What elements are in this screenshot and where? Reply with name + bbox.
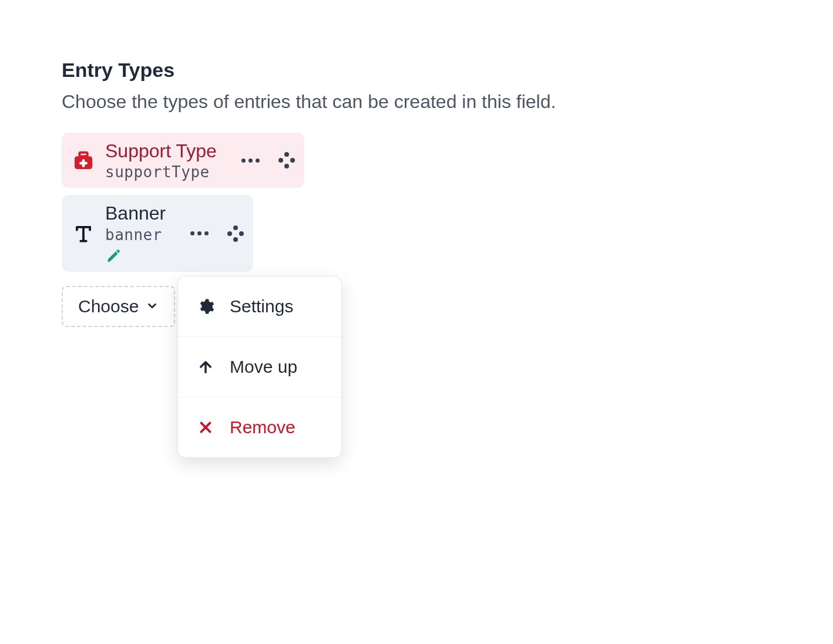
section-description: Choose the types of entries that can be … — [62, 91, 833, 113]
entry-type-label: Support Type — [105, 140, 217, 162]
entry-type-label: Banner — [105, 202, 166, 224]
entry-type-body: Banner banner — [105, 202, 166, 264]
menu-item-label: Remove — [230, 417, 295, 437]
entry-type-actions — [237, 152, 295, 168]
entry-type-body: Support Type supportType — [105, 140, 217, 181]
section-title: Entry Types — [62, 59, 833, 82]
text-icon — [71, 221, 96, 246]
choose-entry-type-button[interactable]: Choose — [62, 286, 175, 327]
chevron-down-icon — [146, 296, 159, 316]
drag-handle-icon[interactable] — [278, 152, 295, 168]
menu-item-label: Move up — [230, 357, 297, 377]
gear-icon — [197, 298, 214, 315]
more-menu-button[interactable] — [186, 227, 213, 240]
medkit-icon — [71, 148, 96, 173]
arrow-up-icon — [197, 358, 214, 376]
svg-rect-1 — [79, 153, 87, 157]
drag-handle-icon[interactable] — [227, 225, 244, 242]
entry-type-actions — [186, 225, 244, 242]
svg-rect-3 — [79, 162, 87, 165]
pencil-edit-icon[interactable] — [105, 247, 123, 265]
entry-type-chip-banner[interactable]: Banner banner — [62, 195, 253, 271]
more-menu-button[interactable] — [237, 154, 264, 167]
menu-item-move-up[interactable]: Move up — [178, 336, 341, 397]
menu-item-label: Settings — [230, 296, 293, 316]
entry-type-chip-support-type[interactable]: Support Type supportType — [62, 133, 304, 188]
entry-type-handle: banner — [105, 226, 166, 244]
x-icon — [197, 419, 214, 436]
choose-label: Choose — [78, 296, 139, 316]
menu-item-remove[interactable]: Remove — [178, 397, 341, 457]
entry-type-context-menu: Settings Move up Remove — [177, 276, 342, 458]
entry-type-handle: supportType — [105, 163, 217, 181]
menu-item-settings[interactable]: Settings — [178, 277, 341, 336]
